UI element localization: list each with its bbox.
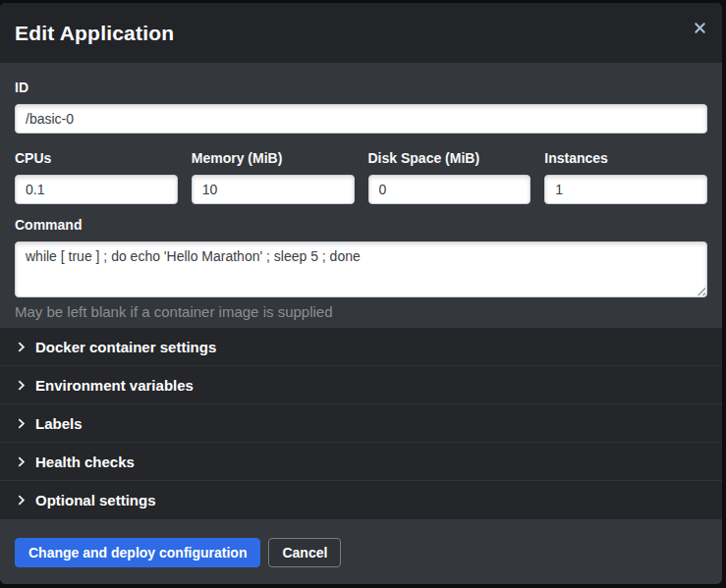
cancel-button[interactable]: Cancel (268, 538, 341, 567)
section-label: Environment variables (35, 377, 194, 394)
close-icon (695, 23, 705, 33)
memory-label: Memory (MiB) (192, 149, 355, 167)
chevron-right-icon (16, 456, 27, 467)
disk-space-input[interactable] (368, 175, 531, 204)
section-label: Optional settings (35, 492, 156, 508)
section-environment-variables[interactable]: Environment variables (0, 366, 722, 404)
command-textarea[interactable]: while [ true ] ; do echo 'Hello Marathon… (15, 241, 707, 297)
memory-input[interactable] (192, 175, 355, 204)
cpus-input[interactable] (15, 175, 178, 204)
section-optional-settings[interactable]: Optional settings (0, 481, 722, 519)
section-label: Docker container settings (35, 339, 216, 355)
command-label: Command (15, 216, 707, 234)
instances-label: Instances (544, 149, 707, 167)
command-field-group: Command while [ true ] ; do echo 'Hello … (15, 216, 707, 321)
memory-field-group: Memory (MiB) (192, 149, 355, 204)
id-label: ID (15, 79, 707, 96)
section-label: Labels (35, 415, 83, 432)
settings-accordion: Docker container settings Environment va… (0, 328, 722, 519)
modal-header: Edit Application (0, 3, 722, 63)
application-form: ID CPUs Memory (MiB) Disk Space (MiB) In… (0, 63, 722, 328)
resources-row: CPUs Memory (MiB) Disk Space (MiB) Insta… (15, 149, 707, 204)
modal-footer: Change and deploy configuration Cancel (0, 519, 722, 584)
cpus-label: CPUs (15, 149, 178, 167)
chevron-right-icon (16, 418, 27, 429)
instances-field-group: Instances (544, 149, 707, 204)
modal-title: Edit Application (15, 22, 174, 45)
close-button[interactable] (690, 18, 709, 37)
command-textarea-wrap: while [ true ] ; do echo 'Hello Marathon… (15, 241, 707, 297)
section-health-checks[interactable]: Health checks (0, 443, 722, 481)
id-input[interactable] (15, 104, 707, 134)
edit-application-modal: Edit Application ID CPUs Memory (MiB) Di… (0, 3, 722, 584)
chevron-right-icon (16, 495, 27, 506)
section-docker-container-settings[interactable]: Docker container settings (0, 328, 722, 366)
section-labels[interactable]: Labels (0, 404, 722, 443)
change-and-deploy-button[interactable]: Change and deploy configuration (15, 538, 260, 567)
command-help-text: May be left blank if a container image i… (15, 303, 707, 321)
cpus-field-group: CPUs (15, 149, 178, 204)
section-label: Health checks (35, 454, 135, 470)
instances-input[interactable] (544, 175, 707, 204)
chevron-right-icon (16, 342, 27, 352)
id-field-group: ID (15, 79, 707, 134)
chevron-right-icon (16, 380, 27, 391)
disk-space-label: Disk Space (MiB) (368, 149, 531, 167)
disk-space-field-group: Disk Space (MiB) (368, 149, 531, 204)
